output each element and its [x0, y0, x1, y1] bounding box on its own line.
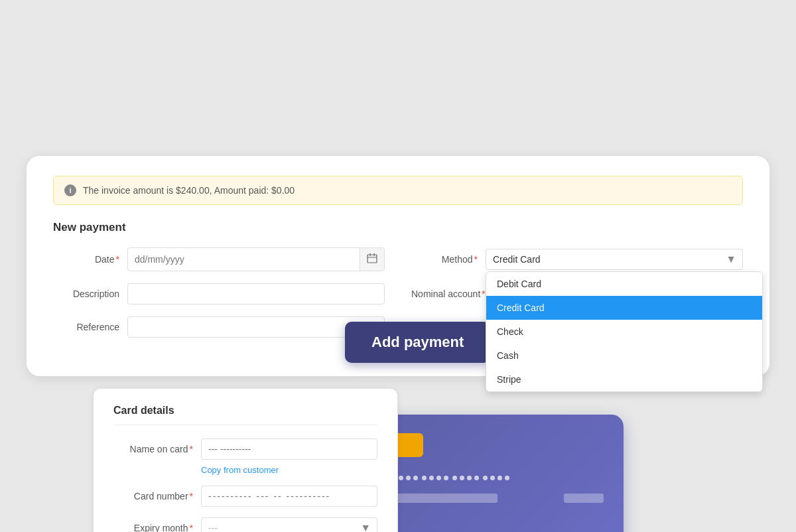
- nominal-account-label: Nominal account*: [411, 289, 486, 299]
- card-number-label: Card number*: [113, 486, 193, 501]
- name-on-card-label: Name on card*: [113, 438, 193, 454]
- method-select[interactable]: Credit Card: [486, 249, 743, 270]
- name-on-card-input[interactable]: [201, 438, 377, 460]
- date-input[interactable]: [128, 249, 360, 269]
- expiry-month-wrapper: --- 01020304 05060708 09101112 ▼: [201, 517, 377, 532]
- form-row-1: Date* Method* Credit: [53, 247, 743, 271]
- calendar-button[interactable]: [360, 248, 384, 271]
- card-name-bar: [391, 494, 498, 503]
- card-details-title: Card details: [113, 405, 377, 425]
- method-label: Method*: [411, 254, 478, 265]
- method-dropdown: Debit Card Credit Card Check Cash Stripe: [486, 271, 763, 392]
- expiry-month-group: Expiry month* --- 01020304 05060708 0910…: [113, 517, 377, 532]
- description-input[interactable]: [127, 283, 385, 304]
- dropdown-item-debit[interactable]: Debit Card: [486, 272, 762, 296]
- info-icon: i: [64, 184, 76, 196]
- reference-group: Reference: [53, 316, 385, 338]
- dropdown-item-cash[interactable]: Cash: [486, 344, 762, 367]
- card-number-group: Card number*: [113, 486, 377, 507]
- date-group: Date*: [53, 247, 385, 271]
- info-banner-text: The invoice amount is $240.00, Amount pa…: [83, 185, 295, 196]
- expiry-month-label: Expiry month*: [113, 517, 193, 532]
- description-label: Description: [53, 289, 119, 299]
- svg-rect-0: [367, 255, 377, 263]
- section-title: New payment: [53, 221, 743, 234]
- method-group: Method* Credit Card ▼ Debit Card Credit …: [411, 249, 743, 270]
- reference-label: Reference: [53, 322, 119, 332]
- dropdown-item-check[interactable]: Check: [486, 320, 762, 344]
- date-input-wrapper: [127, 247, 385, 271]
- card-dots: [391, 476, 604, 480]
- dropdown-item-credit[interactable]: Credit Card: [486, 296, 762, 320]
- dropdown-item-stripe[interactable]: Stripe: [486, 367, 762, 391]
- credit-card-visual: [371, 415, 624, 532]
- main-container: i The invoice amount is $240.00, Amount …: [27, 156, 769, 376]
- card-number-input[interactable]: [201, 486, 377, 507]
- card-details-panel: Card details Name on card* Copy from cus…: [93, 388, 398, 532]
- description-group: Description: [53, 283, 385, 304]
- info-banner: i The invoice amount is $240.00, Amount …: [53, 176, 743, 205]
- expiry-month-select[interactable]: --- 01020304 05060708 09101112: [201, 517, 377, 532]
- add-payment-button[interactable]: Add payment: [345, 322, 490, 363]
- name-on-card-group: Name on card* Copy from customer: [113, 438, 377, 475]
- method-select-wrapper: Credit Card ▼ Debit Card Credit Card Che…: [486, 249, 743, 270]
- date-label: Date*: [53, 254, 119, 265]
- card-expiry-bar: [564, 494, 604, 503]
- copy-from-customer-link[interactable]: Copy from customer: [201, 465, 377, 475]
- card-bottom: [391, 494, 604, 503]
